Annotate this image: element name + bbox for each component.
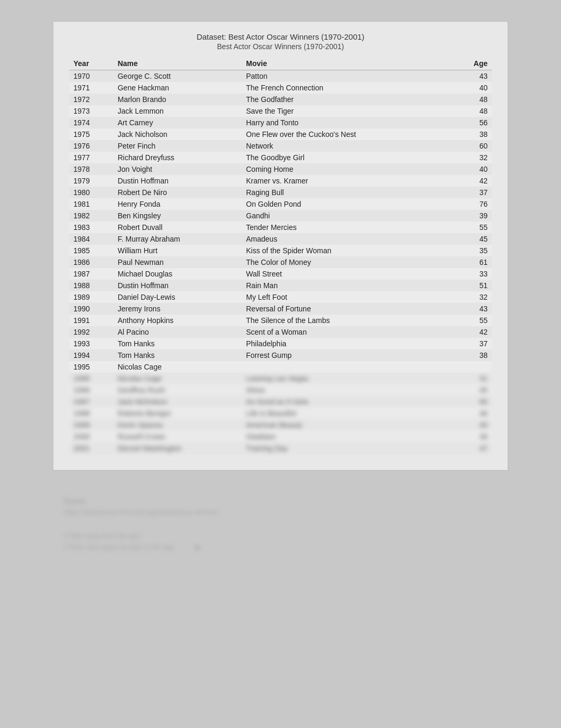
table-cell: Raging Bull xyxy=(242,187,452,198)
table-cell: 1992 xyxy=(69,326,114,338)
run-section: # Filter data types by type in the app ▶ xyxy=(63,543,498,551)
table-cell: 60 xyxy=(452,140,492,152)
table-cell: 33 xyxy=(452,268,492,280)
table-cell: Richard Dreyfuss xyxy=(114,152,242,163)
table-cell: 1989 xyxy=(69,291,114,303)
table-cell: Rain Man xyxy=(242,280,452,291)
table-row: 1979Dustin HoffmanKramer vs. Kramer42 xyxy=(69,175,492,187)
table-row: 1975Jack NicholsonOne Flew over the Cuck… xyxy=(69,128,492,140)
table-row: 1991Anthony HopkinsThe Silence of the La… xyxy=(69,315,492,326)
table-cell: 1976 xyxy=(69,140,114,152)
table-row-blurred: 1995Nicolas CageLeaving Las Vegas31 xyxy=(69,373,492,384)
table-cell: 51 xyxy=(452,280,492,291)
table-cell: 37 xyxy=(452,187,492,198)
table-cell-blurred: 1999 xyxy=(69,419,114,431)
table-row: 1985William HurtKiss of the Spider Woman… xyxy=(69,245,492,256)
col-movie: Movie xyxy=(242,57,452,70)
table-cell: 1990 xyxy=(69,303,114,315)
table-cell-blurred: Nicolas Cage xyxy=(114,373,242,384)
table-cell xyxy=(452,361,492,373)
table-cell-blurred: Geoffrey Rush xyxy=(114,384,242,396)
table-cell: Paul Newman xyxy=(114,256,242,268)
table-cell: Robert De Niro xyxy=(114,187,242,198)
table-cell: Harry and Tonto xyxy=(242,117,452,128)
table-cell: 37 xyxy=(452,338,492,349)
table-cell: F. Murray Abraham xyxy=(114,233,242,245)
table-cell: 1988 xyxy=(69,280,114,291)
table-cell-blurred: Leaving Las Vegas xyxy=(242,373,452,384)
table-row-blurred: 1996Geoffrey RushShine45 xyxy=(69,384,492,396)
table-cell: Patton xyxy=(242,70,452,82)
table-cell: Scent of a Woman xyxy=(242,326,452,338)
table-row-blurred: 2001Denzel WashingtonTraining Day47 xyxy=(69,443,492,454)
table-cell: 43 xyxy=(452,303,492,315)
table-row: 1994Tom HanksForrest Gump38 xyxy=(69,349,492,361)
table-container: Dataset: Best Actor Oscar Winners (1970-… xyxy=(53,21,508,471)
table-cell: Anthony Hopkins xyxy=(114,315,242,326)
table-cell: 1975 xyxy=(69,128,114,140)
table-cell-blurred: As Good as It Gets xyxy=(242,396,452,408)
table-cell-blurred: 45 xyxy=(452,384,492,396)
table-cell: Network xyxy=(242,140,452,152)
table-cell: Jon Voight xyxy=(114,163,242,175)
table-row: 1987Michael DouglasWall Street33 xyxy=(69,268,492,280)
table-cell-blurred: Kevin Spacey xyxy=(114,419,242,431)
table-cell: 43 xyxy=(452,70,492,82)
table-row: 1973Jack LemmonSave the Tiger48 xyxy=(69,105,492,117)
table-cell-blurred: Russell Crowe xyxy=(114,431,242,443)
table-row: 1989Daniel Day-LewisMy Left Foot32 xyxy=(69,291,492,303)
table-row: 1980Robert De NiroRaging Bull37 xyxy=(69,187,492,198)
table-cell-blurred: 31 xyxy=(452,373,492,384)
table-cell: Reversal of Fortune xyxy=(242,303,452,315)
table-cell-blurred: 1996 xyxy=(69,384,114,396)
table-cell: 55 xyxy=(452,222,492,233)
bottom-section: Source: https://datasource.from.the.app/… xyxy=(53,492,508,556)
table-cell: 55 xyxy=(452,315,492,326)
table-row: 1970George C. ScottPatton43 xyxy=(69,70,492,82)
table-row: 1971Gene HackmanThe French Connection40 xyxy=(69,82,492,94)
table-cell-blurred: Training Day xyxy=(242,443,452,454)
table-cell: One Flew over the Cuckoo's Nest xyxy=(242,128,452,140)
table-cell: 32 xyxy=(452,152,492,163)
table-cell: 35 xyxy=(452,245,492,256)
table-cell-blurred: 2000 xyxy=(69,431,114,443)
table-cell: 1978 xyxy=(69,163,114,175)
table-cell-blurred: 2001 xyxy=(69,443,114,454)
table-cell: The Silence of the Lambs xyxy=(242,315,452,326)
page-wrapper: Dataset: Best Actor Oscar Winners (1970-… xyxy=(0,0,561,577)
source-url: https://datasource.from.the.app/data/osc… xyxy=(63,508,498,516)
oscar-table: Year Name Movie Age 1970George C. ScottP… xyxy=(69,57,492,454)
table-cell-blurred: Jack Nicholson xyxy=(114,396,242,408)
table-cell: William Hurt xyxy=(114,245,242,256)
table-cell: Michael Douglas xyxy=(114,268,242,280)
col-name: Name xyxy=(114,57,242,70)
table-cell: Dustin Hoffman xyxy=(114,175,242,187)
table-cell: Tom Hanks xyxy=(114,349,242,361)
table-row: 1986Paul NewmanThe Color of Money61 xyxy=(69,256,492,268)
table-cell: 1994 xyxy=(69,349,114,361)
table-cell: Jeremy Irons xyxy=(114,303,242,315)
table-cell: Gandhi xyxy=(242,210,452,222)
table-cell: Daniel Day-Lewis xyxy=(114,291,242,303)
table-cell-blurred: Life is Beautiful xyxy=(242,408,452,419)
table-cell: 40 xyxy=(452,163,492,175)
table-cell-blurred: 40 xyxy=(452,419,492,431)
col-year: Year xyxy=(69,57,114,70)
table-cell: 32 xyxy=(452,291,492,303)
run-btn[interactable]: ▶ xyxy=(195,543,201,551)
table-cell xyxy=(242,361,452,373)
source-label: Source: xyxy=(63,497,498,505)
table-cell: 1979 xyxy=(69,175,114,187)
table-cell: Gene Hackman xyxy=(114,82,242,94)
dataset-title: Dataset: Best Actor Oscar Winners (1970-… xyxy=(69,32,492,41)
table-cell: 76 xyxy=(452,198,492,210)
table-cell-blurred: 1997 xyxy=(69,396,114,408)
table-cell: 1982 xyxy=(69,210,114,222)
table-cell-blurred: 1995 xyxy=(69,373,114,384)
table-cell: Al Pacino xyxy=(114,326,242,338)
table-cell: Philadelphia xyxy=(242,338,452,349)
table-row: 1995Nicolas Cage xyxy=(69,361,492,373)
table-cell: Kiss of the Spider Woman xyxy=(242,245,452,256)
table-cell: Coming Home xyxy=(242,163,452,175)
table-cell: Tender Mercies xyxy=(242,222,452,233)
